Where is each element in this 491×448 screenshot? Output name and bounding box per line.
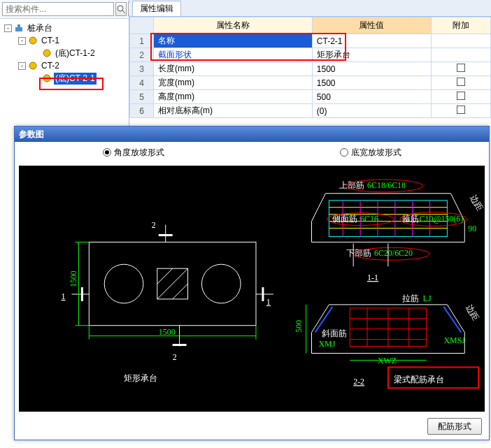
tab-bar: 属性编辑 [129,0,491,17]
prop-extra[interactable] [431,62,490,76]
expander-icon[interactable]: - [4,24,12,32]
prop-row[interactable]: 3 长度(mm) 1500 [130,62,491,76]
prop-extra[interactable] [431,90,490,104]
window-title: 参数图 [15,127,489,142]
svg-text:1: 1 [62,291,66,301]
svg-text:XWZ: XWZ [378,356,397,366]
svg-line-14 [173,284,188,299]
prop-extra[interactable] [431,104,490,118]
svg-text:6C16: 6C16 [360,214,378,224]
rebar-form-button[interactable]: 配筋形式 [427,418,482,435]
checkbox-icon[interactable] [457,92,465,100]
root-icon [14,23,24,33]
svg-point-0 [118,6,123,11]
svg-text:1-1: 1-1 [367,273,378,282]
prop-row[interactable]: 1 名称 CT-2-1 [130,34,491,48]
prop-name: 截面形状 [154,48,313,62]
prop-name: 高度(mm) [154,90,313,104]
tree-node-ct1[interactable]: - CT-1 [3,34,126,47]
tree-label: CT-2 [40,61,61,71]
col-header-name: 属性名称 [154,17,313,34]
prop-value[interactable]: (0) [312,104,431,118]
node-icon [28,61,38,71]
leaf-icon [42,48,52,58]
radio-label: 角度放坡形式 [114,147,164,159]
component-tree-panel: - 桩承台 - CT-1 (底)CT-1-2 - CT-2 [0,0,129,126]
row-header-blank [130,17,154,34]
prop-value[interactable]: 矩形承台 [312,48,431,62]
search-icon [116,4,126,14]
prop-row[interactable]: 5 高度(mm) 500 [130,90,491,104]
checkbox-icon[interactable] [457,78,465,86]
tree-label: (底)CT-1-2 [54,48,97,59]
radio-icon[interactable] [340,148,348,157]
expander-icon[interactable]: - [18,37,26,45]
prop-name: 宽度(mm) [154,76,313,90]
svg-text:边距: 边距 [469,193,485,212]
expander-icon[interactable]: - [18,62,26,70]
prop-value[interactable]: CT-2-1 [312,34,431,48]
checkbox-icon[interactable] [457,106,465,114]
svg-text:上部筋: 上部筋 [339,180,364,190]
prop-row[interactable]: 4 宽度(mm) 1500 [130,76,491,90]
prop-value[interactable]: 500 [312,90,431,104]
svg-text:2: 2 [173,352,177,362]
parameter-diagram-window: 参数图 角度放坡形式 底宽放坡形式 [14,126,490,440]
prop-name: 名称 [154,34,313,48]
row-num: 1 [130,34,154,48]
svg-text:矩形承台: 矩形承台 [124,373,157,383]
checkbox-icon[interactable] [457,64,465,72]
svg-point-5 [43,50,50,57]
prop-value[interactable]: 1500 [312,76,431,90]
svg-point-4 [29,37,36,44]
row-num: 5 [130,90,154,104]
prop-extra [431,48,490,62]
prop-name: 长度(mm) [154,62,313,76]
node-icon [28,36,38,45]
svg-text:下部筋: 下部筋 [346,248,371,258]
svg-point-6 [29,62,36,69]
prop-value[interactable]: 1500 [312,62,431,76]
svg-text:LJ: LJ [423,294,432,303]
svg-point-9 [104,264,143,303]
tree-node-ct2[interactable]: - CT-2 [3,59,126,72]
tree-root[interactable]: - 桩承台 [3,22,126,34]
radio-bottom-slope[interactable]: 底宽放坡形式 [252,147,489,159]
svg-text:梁式配筋承台: 梁式配筋承台 [394,375,444,384]
tree-label: (底)CT-2-1 [54,73,97,85]
col-header-value: 属性值 [312,17,431,34]
svg-text:90: 90 [468,224,476,233]
svg-text:1500: 1500 [159,327,176,337]
row-num: 2 [130,48,154,62]
radio-angle-slope[interactable]: 角度放坡形式 [15,147,252,159]
row-num: 6 [130,104,154,118]
svg-line-1 [122,10,125,13]
search-button[interactable] [115,2,127,16]
property-table: 属性名称 属性值 附加 1 名称 CT-2-1 2 截面形状 矩形承台 3 长度… [129,17,491,118]
row-num: 4 [130,76,154,90]
svg-text:斜面筋: 斜面筋 [322,328,347,338]
svg-text:2: 2 [152,220,156,230]
tree-leaf-selected[interactable]: (底)CT-2-1 [3,72,126,85]
prop-name: 相对底标高(m) [154,104,313,118]
prop-extra [431,34,490,48]
col-header-extra: 附加 [431,17,490,34]
tree-label: CT-1 [40,36,61,45]
svg-text:1500: 1500 [69,270,78,287]
svg-text:1: 1 [266,297,271,307]
svg-rect-3 [17,24,20,27]
diagram-canvas: 2 2 1 1 1500 [19,166,485,412]
tree: - 桩承台 - CT-1 (底)CT-1-2 - CT-2 [0,19,129,87]
tree-leaf[interactable]: (底)CT-1-2 [3,47,126,59]
svg-line-72 [443,307,461,333]
svg-text:500: 500 [294,320,304,333]
row-num: 3 [130,62,154,76]
prop-row[interactable]: 2 截面形状 矩形承台 [130,48,491,62]
prop-extra[interactable] [431,76,490,90]
search-input[interactable] [2,2,114,16]
prop-row[interactable]: 6 相对底标高(m) (0) [130,104,491,118]
radio-icon[interactable] [103,148,111,157]
tab-property-edit[interactable]: 属性编辑 [132,1,181,16]
svg-rect-2 [15,27,22,31]
svg-text:2-2: 2-2 [353,377,364,386]
